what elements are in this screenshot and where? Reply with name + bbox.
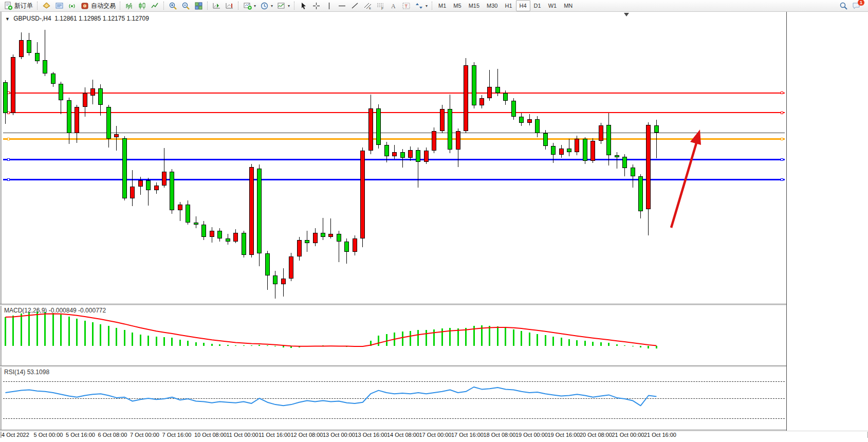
autotrading-button[interactable]: 自动交易 <box>79 0 118 11</box>
new-chart-button[interactable]: ▾ <box>241 0 258 11</box>
candle-body-bear <box>170 172 174 210</box>
chevron-down-icon[interactable]: ▾ <box>271 4 273 8</box>
collapse-triangle-icon[interactable]: ▼ <box>5 16 10 22</box>
hline-pivot-orange[interactable] <box>3 138 785 140</box>
candle-chart-button[interactable] <box>136 0 149 11</box>
macd-histogram-bar <box>362 346 363 346</box>
candle-body-bear <box>384 145 389 156</box>
new-order-button[interactable]: 新订单 <box>2 0 35 11</box>
candle-body-bear <box>257 169 262 253</box>
tile-windows-button[interactable] <box>192 0 205 11</box>
macd-histogram-bar <box>457 328 459 346</box>
price-axis[interactable] <box>786 12 868 431</box>
timeframe-m30[interactable]: M30 <box>483 0 501 11</box>
candle-body-bear <box>376 108 381 145</box>
line-chart-button[interactable] <box>149 0 161 11</box>
hline-resistance-2[interactable] <box>3 112 785 113</box>
timeframe-m15[interactable]: M15 <box>465 0 483 11</box>
candle-body-bear <box>265 253 270 275</box>
search-icon[interactable] <box>839 2 848 10</box>
rsi-level-80 <box>3 381 785 382</box>
crosshair-icon <box>312 2 321 10</box>
macd-histogram-bar <box>600 342 602 346</box>
macd-histogram-bar <box>338 346 340 346</box>
text-button[interactable]: A <box>387 0 400 11</box>
notifications-icon[interactable]: 1 <box>852 2 861 10</box>
signals-button[interactable] <box>66 0 79 11</box>
text-label-button[interactable]: T <box>400 0 413 11</box>
chart-shift-marker[interactable] <box>624 13 629 16</box>
macd-histogram-bar <box>108 326 109 346</box>
timeframe-d1[interactable]: D1 <box>530 0 545 11</box>
timeframe-w1[interactable]: W1 <box>545 0 561 11</box>
timeframe-mn[interactable]: MN <box>560 0 576 11</box>
macd-value: -0.000849 <box>49 307 77 314</box>
indicators-icon <box>277 2 286 10</box>
crosshair-button[interactable] <box>310 0 323 11</box>
bar-chart-icon <box>125 2 134 10</box>
candle-body-bear <box>106 107 111 139</box>
zoom-out-button[interactable] <box>179 0 192 11</box>
macd-histogram-bar <box>537 334 538 346</box>
arrows-button[interactable]: ▾ <box>413 0 430 11</box>
quotes-button[interactable] <box>40 0 53 11</box>
candle-body-bull <box>599 125 603 141</box>
candle-body-bear <box>400 152 405 158</box>
line-handle[interactable] <box>7 178 10 181</box>
cursor-button[interactable] <box>297 0 310 11</box>
market-watch-button[interactable] <box>53 0 66 11</box>
timeframe-h4[interactable]: H4 <box>516 0 530 11</box>
line-handle[interactable] <box>781 158 783 161</box>
chart-open: 1.12861 <box>54 15 77 22</box>
chart-window[interactable] <box>0 12 868 438</box>
macd-histogram-bar <box>402 332 403 346</box>
line-handle[interactable] <box>781 91 783 94</box>
line-handle[interactable] <box>781 112 783 114</box>
bar-chart-button[interactable] <box>123 0 136 11</box>
timeframe-m5[interactable]: M5 <box>450 0 465 11</box>
fibonacci-button[interactable]: F <box>374 0 387 11</box>
line-handle[interactable] <box>7 138 10 140</box>
candle-body-bear <box>567 149 571 152</box>
chevron-down-icon[interactable]: ▾ <box>254 4 256 8</box>
macd-histogram-bar <box>322 345 324 346</box>
periods-button[interactable]: ▾ <box>258 0 275 11</box>
hline-resistance-1[interactable] <box>3 93 785 94</box>
candle-body-bull <box>83 93 87 107</box>
macd-histogram-bar <box>211 344 213 346</box>
templates-button[interactable]: ▾ <box>275 0 292 11</box>
line-handle[interactable] <box>7 158 10 161</box>
candle-body-bear <box>186 205 190 223</box>
macd-histogram-bar <box>116 328 117 346</box>
candle-body-bull <box>559 149 564 155</box>
macd-panel-divider[interactable] <box>0 304 868 306</box>
date-axis-label: 19 Oct 00:00 <box>515 432 548 438</box>
trendline-button[interactable] <box>348 0 361 11</box>
rsi-panel-divider[interactable] <box>0 365 868 367</box>
macd-histogram-bar <box>187 341 189 346</box>
timeframe-h1[interactable]: H1 <box>501 0 515 11</box>
channel-button[interactable]: E <box>361 0 374 11</box>
line-handle[interactable] <box>781 178 783 181</box>
macd-histogram-bar <box>473 326 475 346</box>
vline-button[interactable] <box>323 0 336 11</box>
hline-icon <box>338 2 346 10</box>
auto-scroll-button[interactable] <box>223 0 236 11</box>
timeframe-m1[interactable]: M1 <box>435 0 450 11</box>
date-axis-label: 5 Oct 00:00 <box>34 432 63 438</box>
macd-histogram-bar <box>481 325 483 346</box>
hline-support-2[interactable] <box>3 179 785 180</box>
hline-button[interactable] <box>336 0 348 11</box>
macd-histogram-bar <box>529 333 530 346</box>
chart-shift-button[interactable] <box>210 0 223 11</box>
candle-body-bull <box>456 131 460 150</box>
macd-histogram-bar <box>235 345 236 346</box>
candle-body-bear <box>122 138 127 198</box>
candle-body-bull <box>281 279 286 284</box>
chevron-down-icon[interactable]: ▾ <box>288 4 290 8</box>
line-handle[interactable] <box>781 138 783 140</box>
zoom-in-button[interactable] <box>167 0 179 11</box>
main-toolbar: 新订单自动交易▾▾▾EFAT▾M1M5M15M30H1H4D1W1MN1 <box>0 0 868 12</box>
chevron-down-icon[interactable]: ▾ <box>426 4 428 8</box>
candle-body-bear <box>59 84 63 100</box>
